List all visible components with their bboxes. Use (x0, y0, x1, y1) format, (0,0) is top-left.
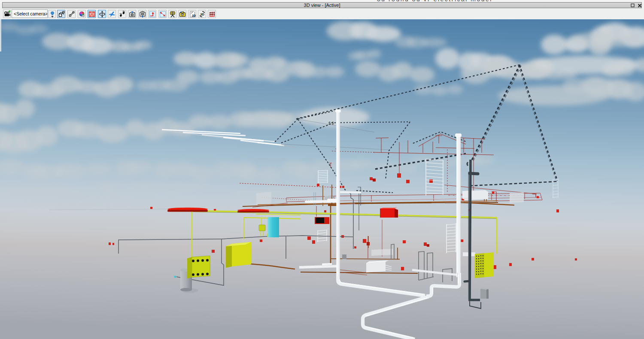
svg-text:3D: 3D (192, 14, 196, 17)
svg-text:$ $: $ $ (328, 121, 334, 125)
